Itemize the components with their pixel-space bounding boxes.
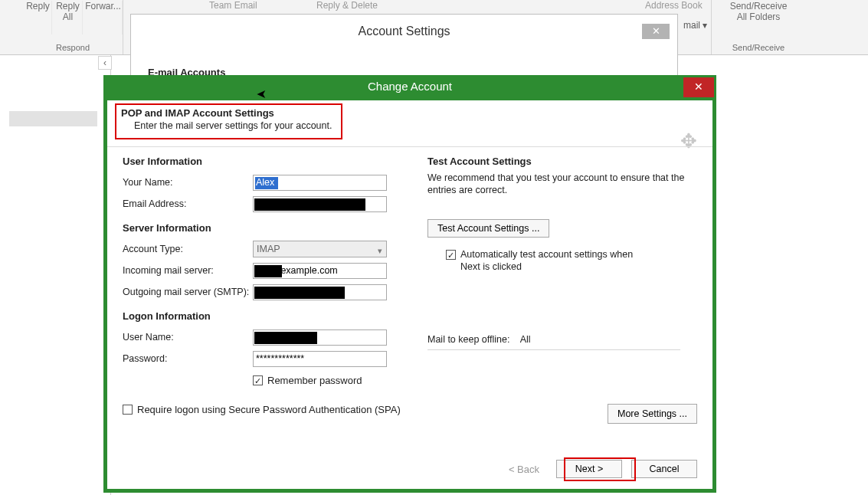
mouse-cursor-icon: ➤ (257, 87, 267, 101)
wizard-cursor-graphic-icon: ✥ (680, 129, 697, 153)
header-separator (107, 146, 712, 147)
wizard-button-row: < Back Next > Cancel (509, 460, 697, 478)
email-input[interactable] (253, 196, 387, 212)
account-type-combo[interactable]: IMAP (253, 241, 387, 257)
change-account-close-button[interactable]: ✕ (683, 77, 714, 97)
label-password: Password: (123, 353, 253, 364)
label-your-name: Your Name: (123, 177, 253, 188)
auto-test-checkbox[interactable]: ✓ (446, 250, 456, 260)
ribbon-reply-all-l1: Reply (56, 1, 80, 11)
mail-offline-label: Mail to keep offline: (427, 334, 509, 345)
ribbon-mail-menu[interactable]: mail ▾ (683, 20, 707, 31)
account-settings-close-button[interactable]: ✕ (642, 24, 670, 39)
ribbon-reply-all[interactable]: Reply All (54, 1, 83, 34)
password-input[interactable] (253, 351, 387, 367)
ribbon-send-receive-all[interactable]: Send/Receive All Folders (724, 1, 793, 34)
remember-password-checkbox[interactable]: ✓ (253, 375, 263, 385)
ribbon-reply-all-l2: All (63, 11, 73, 22)
test-account-settings-button[interactable]: Test Account Settings ... (427, 219, 549, 238)
right-column: Test Account Settings We recommend that … (427, 156, 688, 350)
back-button[interactable]: < Back (509, 464, 539, 475)
wizard-header-subtitle: Enter the mail server settings for your … (134, 119, 712, 131)
collapse-chevron-icon[interactable]: ‹ (98, 56, 112, 70)
ribbon-reply-delete[interactable]: Reply & Delete (316, 0, 378, 11)
label-incoming: Incoming mail server: (123, 265, 253, 276)
wizard-header-title: POP and IMAP Account Settings (121, 100, 712, 119)
label-user-name: User Name: (123, 332, 253, 343)
require-spa-label: Require logon using Secure Password Auth… (137, 404, 401, 415)
ribbon-address-book[interactable]: Address Book (645, 0, 703, 11)
mail-offline-value: All (520, 334, 531, 345)
left-column: User Information Your Name: Email Addres… (123, 156, 406, 420)
label-account-type: Account Type: (123, 244, 253, 254)
auto-test-label: Automatically test account settings when… (460, 248, 652, 273)
incoming-server-input[interactable] (253, 263, 387, 279)
label-email: Email Address: (123, 198, 253, 209)
outgoing-server-input[interactable] (253, 284, 387, 300)
ribbon-sr-l2: All Folders (737, 11, 781, 22)
more-settings-button[interactable]: More Settings ... (608, 404, 697, 424)
change-account-title: Change Account (107, 77, 712, 100)
test-settings-description: We recommend that you test your account … (427, 172, 688, 196)
ribbon-group-sendreceive: Send/Receive (728, 43, 789, 52)
ribbon-reply[interactable]: Reply (25, 1, 52, 34)
section-logon-info: Logon Information (123, 310, 406, 322)
wizard-header-panel: POP and IMAP Account Settings Enter the … (107, 100, 712, 146)
change-account-dialog: Change Account ✕ ➤ POP and IMAP Account … (103, 75, 716, 493)
cancel-button[interactable]: Cancel (631, 460, 697, 478)
wizard-body: User Information Your Name: Email Addres… (123, 156, 697, 481)
ribbon-group-respond: Respond (46, 43, 100, 52)
account-settings-title: Account Settings (131, 25, 677, 38)
ribbon-sr-l1: Send/Receive (730, 1, 788, 11)
require-spa-checkbox[interactable] (123, 405, 133, 415)
your-name-input[interactable] (253, 175, 387, 191)
ribbon-forward[interactable]: Forwar... (84, 1, 123, 34)
ribbon-team-email[interactable]: Team Email (209, 0, 257, 11)
label-outgoing: Outgoing mail server (SMTP): (123, 287, 253, 297)
sidebar-item[interactable] (9, 111, 97, 126)
section-user-info: User Information (123, 156, 406, 167)
remember-password-label: Remember password (267, 375, 362, 386)
section-test-settings: Test Account Settings (427, 156, 688, 167)
slider-track[interactable] (427, 349, 680, 350)
user-name-input[interactable] (253, 329, 387, 346)
next-button[interactable]: Next > (556, 460, 622, 478)
section-server-info: Server Information (123, 222, 406, 234)
